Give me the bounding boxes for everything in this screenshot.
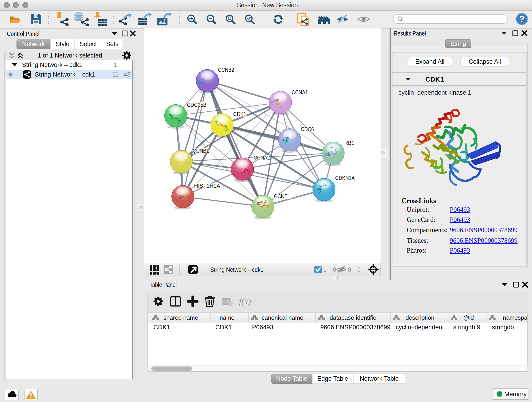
svg-text:CDC25B: CDC25B: [187, 102, 206, 108]
svg-text:cyclin–dependent kinase 1: cyclin–dependent kinase 1: [399, 89, 471, 96]
svg-text:stringdb: stringdb: [492, 324, 514, 331]
svg-text:11: 11: [112, 71, 119, 78]
svg-text:1 – 0: 1 – 0: [323, 266, 336, 273]
svg-text:@id: @id: [463, 314, 474, 321]
svg-text:CDK1: CDK1: [153, 324, 170, 331]
svg-text:Collapse All: Collapse All: [469, 58, 501, 65]
svg-text:Expand All: Expand All: [415, 58, 444, 65]
svg-text:Session: New Session: Session: New Session: [237, 1, 298, 9]
svg-text:CrossLinks: CrossLinks: [401, 197, 436, 205]
svg-text:P06493: P06493: [252, 324, 273, 331]
svg-text:stringdb:9...: stringdb:9...: [453, 324, 486, 331]
svg-text:Tissues:: Tissues:: [407, 237, 428, 244]
svg-text:canonical name: canonical name: [262, 314, 303, 321]
svg-text:48: 48: [124, 71, 131, 78]
svg-text:CCNA2: CCNA2: [254, 154, 270, 161]
svg-text:Table Panel: Table Panel: [150, 281, 177, 288]
svg-text:?: ?: [519, 14, 525, 24]
svg-text:GeneCard:: GeneCard:: [407, 216, 436, 223]
svg-text:RB1: RB1: [344, 140, 354, 146]
svg-text:Sets: Sets: [106, 41, 119, 47]
svg-text:String Network – cdk1: String Network – cdk1: [22, 61, 82, 68]
svg-text:1: 1: [114, 61, 117, 68]
svg-text:Uniprot:: Uniprot:: [407, 206, 429, 213]
svg-text:Style: Style: [56, 41, 70, 47]
svg-text:shared name: shared name: [163, 314, 198, 321]
svg-text:P06493: P06493: [450, 216, 470, 223]
svg-text:name: name: [220, 314, 234, 321]
svg-text:9606.ENSP00000378699: 9606.ENSP00000378699: [450, 226, 518, 234]
svg-text:CDK1: CDK1: [233, 111, 246, 117]
svg-text:cyclin–dependent ...: cyclin–dependent ...: [396, 324, 451, 331]
svg-text:Network: Network: [22, 41, 45, 47]
svg-text:CCNB2: CCNB2: [218, 67, 234, 73]
svg-text:Memory: Memory: [504, 391, 527, 398]
svg-text:database identifier: database identifier: [330, 314, 379, 321]
svg-text:P06493: P06493: [450, 206, 470, 213]
svg-text:Pharos:: Pharos:: [407, 247, 427, 254]
svg-text:CDK1: CDK1: [215, 324, 232, 331]
svg-text:Compartments:: Compartments:: [407, 226, 448, 234]
svg-text:description: description: [405, 314, 434, 321]
svg-text:Select: Select: [80, 41, 97, 47]
svg-text:Control Panel: Control Panel: [7, 31, 39, 37]
svg-text:CDC6: CDC6: [301, 126, 314, 132]
svg-text:CDKN1A: CDKN1A: [335, 175, 355, 181]
svg-text:9606.ENSP00000378699: 9606.ENSP00000378699: [320, 324, 390, 331]
svg-text:CCNA1: CCNA1: [292, 89, 308, 95]
svg-text:0 – 0: 0 – 0: [348, 266, 361, 273]
svg-text:Edge Table: Edge Table: [317, 375, 348, 382]
svg-text:String Network – cdk1: String Network – cdk1: [35, 71, 95, 78]
svg-text:Network Table: Network Table: [360, 375, 399, 382]
svg-text:namespace: namespace: [503, 314, 532, 321]
svg-text:String Network – cdk1: String Network – cdk1: [210, 266, 264, 273]
svg-text:9606.ENSP00000378699: 9606.ENSP00000378699: [450, 237, 518, 244]
svg-text:String: String: [450, 40, 466, 47]
svg-text:Results Panel: Results Panel: [394, 30, 426, 37]
svg-text:Node Table: Node Table: [276, 375, 307, 382]
svg-text:CCNB1: CCNB1: [193, 148, 209, 154]
svg-text:f(x): f(x): [239, 297, 251, 306]
svg-text:CCNE1: CCNE1: [274, 193, 290, 199]
svg-text:HIST1H1A: HIST1H1A: [194, 183, 220, 189]
svg-text:P06493: P06493: [450, 247, 470, 254]
svg-text:1 of 1 Network selected: 1 of 1 Network selected: [38, 52, 102, 59]
svg-text:CDK1: CDK1: [425, 75, 444, 83]
